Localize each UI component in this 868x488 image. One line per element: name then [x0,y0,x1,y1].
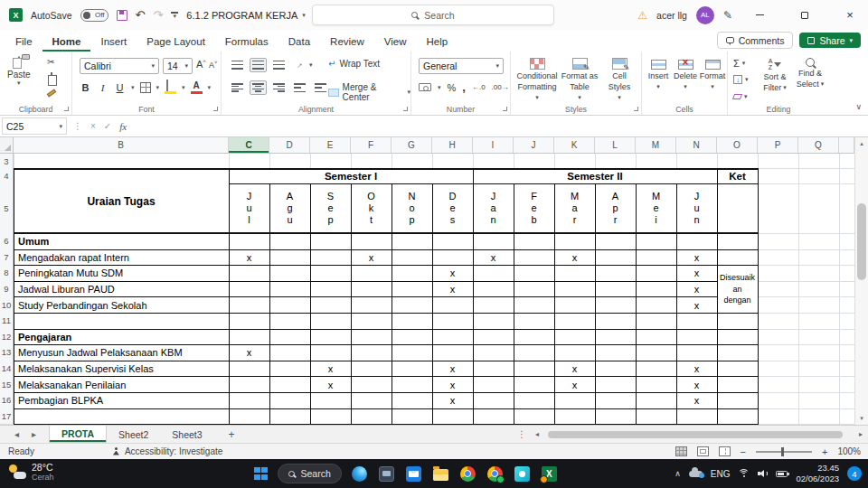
mark-cell-jun[interactable]: x [676,393,717,408]
mark-cell-jun[interactable]: x [676,297,717,313]
column-header-E[interactable]: E [310,137,351,153]
sheet-tab-prota[interactable]: PROTA [49,426,107,443]
increase-indent-icon[interactable] [312,80,329,95]
autosum-button[interactable]: Σ▾ [733,58,745,69]
name-box[interactable]: C25▾ [2,117,67,135]
wrap-text-button[interactable]: ↵ Wrap Text [328,59,380,69]
clipboard-dialog-launcher[interactable] [64,107,69,111]
redo-icon[interactable]: ↷ [153,9,163,21]
zoom-out-icon[interactable]: − [741,446,746,457]
select-all-corner[interactable] [0,137,14,153]
mark-cell-jul[interactable]: x [229,345,269,361]
row-header-10[interactable]: 10 [0,296,14,313]
mark-cell-jan[interactable]: x [473,250,514,266]
clock[interactable]: 23.4502/06/2023 [796,463,839,485]
tab-view[interactable]: View [374,33,417,52]
decrease-indent-icon[interactable] [291,80,308,95]
wifi-icon[interactable] [738,469,750,478]
row-header-8[interactable]: 8 [0,265,14,281]
task-label-cell[interactable]: Menyusun Jadwal Pelaksanaan KBM [14,345,228,361]
mail-app-icon[interactable] [406,466,421,482]
next-sheet-icon[interactable]: ▸ [32,429,36,439]
save-icon[interactable] [117,10,127,21]
fill-color-icon[interactable] [165,80,176,94]
row-header-4[interactable]: 4 [0,168,14,183]
column-header-Q[interactable]: Q [798,137,839,153]
row-header-15[interactable]: 15 [0,376,14,392]
column-header-D[interactable]: D [269,137,310,153]
accounting-options-icon[interactable]: ▾ [438,84,441,91]
mark-cell-jun[interactable]: x [676,250,717,266]
task-label-cell[interactable]: Pembagian BLPKA [14,393,228,408]
mark-cell-sep[interactable]: x [310,377,351,392]
align-left-icon[interactable] [229,80,246,95]
horizontal-scrollbar[interactable] [544,430,852,439]
tab-splitter-icon[interactable]: ⋮ [517,429,526,439]
scroll-up-icon[interactable]: ▴ [855,140,868,147]
format-cells-button[interactable]: Format▾ [699,60,726,91]
row-header-13[interactable]: 13 [0,344,14,361]
borders-icon[interactable] [140,82,151,93]
column-header-M[interactable]: M [636,137,676,153]
font-name-select[interactable]: Calibri▾ [80,58,159,74]
insert-function-icon[interactable]: fx [119,121,127,132]
grow-font-icon[interactable]: A˄ [196,59,206,70]
column-header-G[interactable]: G [392,137,432,153]
mark-cell-des[interactable]: x [432,377,473,392]
underline-button[interactable]: U [114,82,126,93]
format-as-table-button[interactable]: ✎ Format asTable▾ [559,58,600,102]
column-header-P[interactable]: P [758,137,798,153]
semester2-header-cell[interactable]: Semester II [474,170,716,183]
task-label-cell[interactable]: Pengajaran [14,330,228,345]
month-header-cell-jun[interactable]: J u n [677,184,716,232]
weather-widget[interactable]: 28°CCerah [8,462,54,482]
hidden-icons-chevron[interactable]: ∧ [675,469,681,478]
delete-cells-button[interactable]: Delete▾ [672,60,699,91]
autosave-toggle[interactable]: Off [80,9,108,22]
splitter-icon[interactable]: ⋮ [73,121,82,131]
formula-input[interactable] [127,116,868,136]
shrink-font-icon[interactable]: A˅ [209,60,218,70]
mark-cell-jul[interactable]: x [229,250,269,266]
underline-options-icon[interactable]: ▾ [131,84,135,91]
fill-options-icon[interactable]: ▾ [182,84,185,91]
font-color-options-icon[interactable]: ▾ [208,84,212,91]
cancel-icon[interactable]: × [90,121,96,131]
volume-icon[interactable] [758,469,768,478]
accounting-format-icon[interactable] [419,83,431,91]
tab-data[interactable]: Data [278,33,320,52]
task-label-cell[interactable]: Melaksanakan Penilaian [14,377,228,392]
taskbar-search[interactable]: Search [278,464,342,483]
tab-home[interactable]: Home [42,33,91,52]
comments-button[interactable]: Comments [717,32,794,49]
mark-cell-des[interactable]: x [432,282,473,297]
italic-button[interactable]: I [97,82,108,93]
edge-icon[interactable] [352,466,367,482]
task-label-cell[interactable]: Mengadakan rapat Intern [14,250,228,266]
conditional-formatting-button[interactable]: ConditionalFormatting▾ [515,58,559,102]
format-painter-icon[interactable] [47,89,56,97]
percent-style-icon[interactable]: % [448,82,457,93]
mark-cell-des[interactable]: x [432,393,473,408]
comma-style-icon[interactable]: , [462,80,466,94]
hscroll-right-icon[interactable]: ▸ [859,430,863,438]
borders-options-icon[interactable]: ▾ [156,84,160,91]
mark-cell-jun[interactable]: x [676,282,717,297]
mark-cell-jun[interactable]: x [676,266,717,281]
task-label-cell[interactable]: Melaksanakan Supervisi Kelas [14,361,228,377]
column-header-L[interactable]: L [595,137,636,153]
horizontal-scroll-thumb[interactable] [548,431,843,438]
start-button[interactable] [254,467,268,481]
align-right-icon[interactable] [270,80,288,95]
normal-view-icon[interactable] [675,446,687,456]
name-box-dropdown-icon[interactable]: ▾ [59,123,62,130]
accessibility-status[interactable]: Accessibility: Investigate [112,446,222,456]
mark-cell-des[interactable]: x [432,361,473,377]
zoom-slider[interactable] [756,451,812,453]
month-header-cell-mar[interactable]: M a r [555,184,594,232]
undo-icon[interactable]: ↶ [136,9,146,21]
mark-cell-des[interactable]: x [432,266,473,281]
copy-icon[interactable] [51,72,52,84]
month-header-cell-sep[interactable]: S e p [311,184,350,232]
month-header-cell-mei[interactable]: M e i [637,184,675,232]
